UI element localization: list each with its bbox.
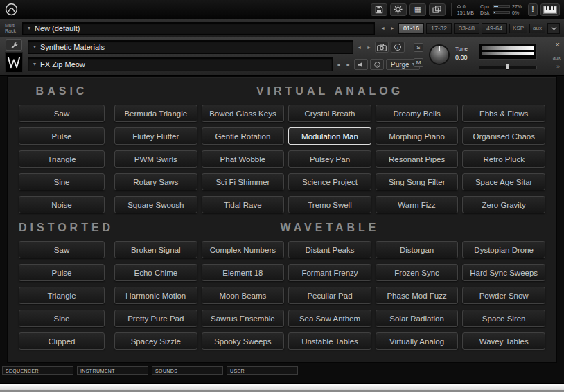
aux-button[interactable]: aux [529, 24, 545, 33]
sound-button[interactable]: Warm Fizz [376, 196, 459, 213]
sound-button[interactable]: Frozen Sync [376, 264, 459, 281]
workspace-windows-icon[interactable] [429, 3, 446, 16]
sound-button[interactable]: Solar Radiation [376, 310, 459, 327]
page-prev-icon[interactable]: ◄ [379, 24, 387, 33]
solo-button[interactable]: S [414, 43, 423, 52]
sound-button[interactable]: Bermuda Triangle [114, 105, 197, 122]
sound-button[interactable]: Spooky Sweeps [202, 332, 285, 350]
sound-button[interactable]: Peculiar Pad [288, 287, 371, 304]
sound-button[interactable]: Space Age Sitar [462, 173, 545, 190]
bank-prev-icon[interactable]: ◄ [355, 42, 363, 52]
tab-instrument[interactable]: INSTRUMENT [77, 366, 148, 375]
tab-user[interactable]: USER [227, 366, 298, 375]
sound-button[interactable]: Noise [19, 196, 105, 213]
page-tab-33-48[interactable]: 33-48 [454, 23, 479, 34]
tune-knob[interactable] [429, 44, 450, 65]
multi-preset-selector[interactable]: ▾ New (default) [22, 22, 375, 35]
sound-button[interactable]: Dreamy Bells [376, 105, 459, 122]
sound-button[interactable]: Saw [19, 241, 105, 258]
sound-button[interactable]: Wavey Tables [462, 332, 545, 350]
sound-button[interactable]: Phase Mod Fuzz [376, 287, 459, 304]
kontakt-logo-icon[interactable] [4, 3, 18, 17]
tab-sequencer[interactable]: SEQUENCER [2, 366, 73, 375]
sound-button[interactable]: Sing Song Filter [376, 173, 459, 190]
sound-button[interactable]: PWM Swirls [114, 150, 197, 168]
sound-button[interactable]: Organised Chaos [462, 127, 545, 145]
save-icon[interactable] [371, 3, 387, 16]
sound-button[interactable]: Harmonic Motion [114, 287, 197, 304]
sound-button[interactable]: Pulse [19, 264, 105, 281]
page-tab-01-16[interactable]: 01-16 [398, 23, 424, 34]
sound-button[interactable]: Unstable Tables [288, 332, 371, 350]
sound-button[interactable]: Triangle [19, 287, 105, 304]
aux-label[interactable]: aux [553, 55, 561, 60]
page-tab-17-32[interactable]: 17-32 [426, 23, 452, 34]
sound-button[interactable]: Distorgan [376, 241, 459, 258]
sound-button[interactable]: Clipped [19, 332, 105, 350]
ksp-button[interactable]: KSP [509, 24, 527, 33]
sound-button[interactable]: Space Siren [462, 310, 545, 327]
sound-button[interactable]: Zero Gravity [462, 196, 545, 213]
wrench-icon[interactable] [6, 39, 22, 51]
sound-button[interactable]: Sawrus Ensemble [202, 310, 285, 327]
page-tab-49-64[interactable]: 49-64 [482, 23, 507, 34]
sound-button[interactable]: Morphing Piano [376, 127, 459, 145]
midi-icon[interactable] [370, 59, 384, 70]
tab-sounds[interactable]: SOUNDS [152, 366, 223, 375]
sound-button[interactable]: Dystopian Drone [462, 241, 545, 258]
sound-button[interactable]: Resonant Pipes [376, 150, 459, 168]
sound-button[interactable]: Moon Beams [202, 287, 285, 304]
bank-next-icon[interactable]: ► [365, 42, 373, 52]
sound-button[interactable]: Sea Saw Anthem [288, 310, 371, 327]
sound-button[interactable]: Complex Numbers [202, 241, 285, 258]
rack-view-toggle-icon[interactable] [547, 23, 560, 34]
pan-thumb[interactable] [506, 64, 509, 70]
sound-button[interactable]: Triangle [19, 150, 105, 168]
sound-button[interactable]: Flutey Flutter [114, 127, 197, 145]
sound-button[interactable]: Powder Snow [462, 287, 545, 304]
sound-button[interactable]: Phat Wobble [202, 150, 285, 168]
patch-selector[interactable]: ▾ FX Zip Meow [28, 57, 333, 71]
aux-expand-icon[interactable]: » [556, 63, 560, 70]
keyboard-toggle-icon[interactable] [540, 3, 560, 16]
sound-button[interactable]: Pulse [19, 127, 105, 145]
sound-button[interactable]: Crystal Breath [288, 105, 371, 122]
sound-button[interactable]: Spacey Sizzle [114, 332, 197, 350]
mixer-grid-icon[interactable]: ▦ [409, 3, 426, 16]
sound-button[interactable]: Echo Chime [114, 264, 197, 281]
sound-button[interactable]: Distant Peaks [288, 241, 371, 258]
sound-button[interactable]: Modulation Man [288, 127, 371, 145]
sound-button[interactable]: Sine [19, 310, 105, 327]
sound-button[interactable]: Sine [19, 173, 105, 190]
sound-button[interactable]: Retro Pluck [462, 150, 545, 168]
sound-button[interactable]: Science Project [288, 173, 371, 190]
sound-button[interactable]: Tidal Rave [202, 196, 285, 213]
info-icon[interactable]: i [391, 42, 405, 53]
patch-next-icon[interactable]: ► [344, 60, 352, 69]
mute-button[interactable]: M [414, 58, 423, 67]
sound-button[interactable]: Saw [19, 105, 105, 122]
sound-button[interactable]: Element 18 [202, 264, 285, 281]
sound-button[interactable]: Bowed Glass Keys [202, 105, 285, 122]
sound-button[interactable]: Tremo Swell [288, 196, 371, 213]
bank-selector[interactable]: ▾ Synthetic Materials [28, 40, 353, 54]
keyboard-strip[interactable] [0, 383, 564, 390]
sound-button[interactable]: Rotary Saws [114, 173, 197, 190]
sound-button[interactable]: Square Swoosh [114, 196, 197, 213]
sound-button[interactable]: Virtually Analog [376, 332, 459, 350]
sound-button[interactable]: Pulsey Pan [288, 150, 371, 168]
sound-button[interactable]: Formant Frenzy [288, 264, 371, 281]
page-next-icon[interactable]: ► [389, 24, 396, 33]
sound-button[interactable]: Gentle Rotation [202, 127, 285, 145]
patch-prev-icon[interactable]: ◄ [335, 60, 342, 69]
sound-button[interactable]: Hard Sync Sweeps [462, 264, 545, 281]
sound-button[interactable]: Broken Signal [114, 241, 197, 258]
warning-icon[interactable]: ! [528, 3, 538, 16]
sound-button[interactable]: Sci Fi Shimmer [202, 173, 285, 190]
sound-button[interactable]: Ebbs & Flows [462, 105, 545, 122]
close-icon[interactable]: × [556, 40, 560, 48]
sound-button[interactable]: Pretty Pure Pad [114, 310, 197, 327]
gear-icon[interactable] [390, 3, 407, 16]
snapshot-camera-icon[interactable] [375, 42, 389, 53]
output-icon[interactable] [354, 59, 368, 70]
